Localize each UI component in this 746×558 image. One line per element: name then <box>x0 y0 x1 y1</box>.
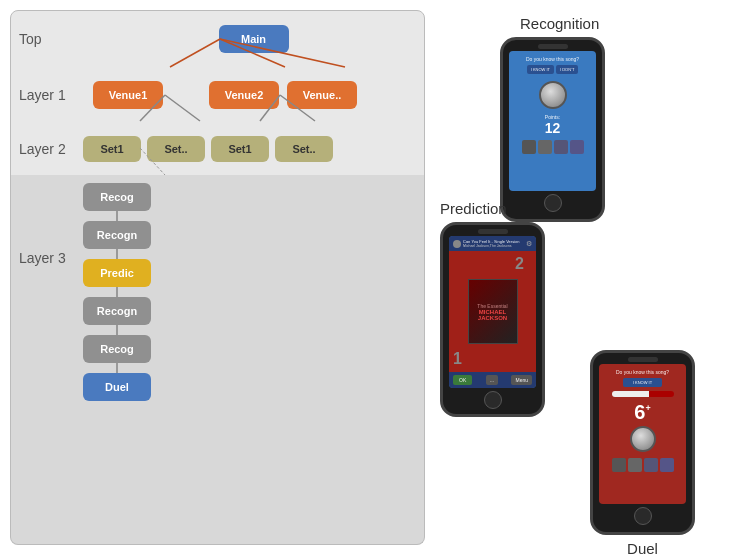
node-duel: Duel <box>83 373 151 401</box>
settings-icon: ⚙ <box>526 240 532 248</box>
node-venue1: Venue1 <box>93 81 163 109</box>
duel-group: Do you know this song? I KNOW IT 6+ Duel <box>590 350 695 557</box>
duel-app-icon-4 <box>660 458 674 472</box>
node-recog2: Recogn <box>83 221 151 249</box>
recognition-label: Recognition <box>480 15 605 32</box>
app-icon-2 <box>538 140 552 154</box>
btn-i-dont: I DON'T <box>556 65 578 74</box>
architecture-diagram: Top Main Layer 1 Venue1 Venue2 Venue.. L… <box>10 10 425 545</box>
layer2-label: Layer 2 <box>11 141 83 157</box>
btn-i-know: I KNOW IT <box>527 65 554 74</box>
node-predic: Predic <box>83 259 151 287</box>
duel-btn-know: I KNOW IT <box>623 378 662 387</box>
layer2-nodes: Set1 Set.. Set1 Set.. <box>83 136 424 162</box>
node-recog1: Recog <box>83 183 151 211</box>
pred-btn-ok: OK <box>453 375 472 385</box>
row-layer2: Layer 2 Set1 Set.. Set1 Set.. <box>10 121 425 176</box>
duel-app-icon-1 <box>612 458 626 472</box>
screen-recognition: Do you know this song? I KNOW IT I DON'T… <box>509 51 596 191</box>
pred-btn-menu: Menu <box>511 375 532 385</box>
prediction-group: Prediction Can You Feel It - Single Vers… <box>440 200 545 417</box>
home-button-recog <box>544 194 562 212</box>
node-set1b: Set.. <box>147 136 205 162</box>
duel-label: Duel <box>590 540 695 557</box>
row-layer1: Layer 1 Venue1 Venue2 Venue.. <box>10 67 425 122</box>
duel-question: Do you know this song? <box>616 369 669 375</box>
duel-points-value: 6 <box>634 401 645 423</box>
recognition-question: Do you know this song? <box>526 56 579 62</box>
top-label: Top <box>11 31 83 47</box>
node-venue3: Venue.. <box>287 81 357 109</box>
node-main: Main <box>219 25 289 53</box>
layer3-label: Layer 3 <box>11 175 83 266</box>
pred-btn-grey: ... <box>486 375 498 385</box>
node-venue2: Venue2 <box>209 81 279 109</box>
album-art: The EssentialMICHAELJACKSON <box>468 279 518 344</box>
app-icon-1 <box>522 140 536 154</box>
connector-line <box>116 325 118 335</box>
connector-line <box>116 249 118 259</box>
home-button-pred <box>484 391 502 409</box>
screen-prediction: Can You Feel It - Single Version Michael… <box>449 236 536 388</box>
screen-duel: Do you know this song? I KNOW IT 6+ <box>599 364 686 504</box>
duel-progress-bar <box>612 391 674 397</box>
pred-avatar <box>453 240 461 248</box>
duel-app-icon-3 <box>644 458 658 472</box>
top-nodes: Main <box>83 25 424 53</box>
phone-prediction: Can You Feel It - Single Version Michael… <box>440 222 545 417</box>
row-layer3: Layer 3 Recog Recogn Predic Recogn Recog <box>10 175 425 545</box>
pred-num-1: 1 <box>453 350 462 368</box>
phone-duel: Do you know this song? I KNOW IT 6+ <box>590 350 695 535</box>
pred-artist: Michael Jackson,The Jacksons <box>463 244 524 248</box>
recognition-group: Recognition Do you know this song? I KNO… <box>480 15 605 222</box>
dial-duel <box>630 426 656 452</box>
pred-num-2: 2 <box>515 255 524 273</box>
prediction-label: Prediction <box>440 200 545 217</box>
points-value-recog: 12 <box>545 120 561 136</box>
node-set1a: Set1 <box>83 136 141 162</box>
node-set2a: Set1 <box>211 136 269 162</box>
home-button-duel <box>634 507 652 525</box>
connector-line <box>116 363 118 373</box>
layer1-label: Layer 1 <box>11 87 83 103</box>
node-recog4: Recog <box>83 335 151 363</box>
node-set2b: Set.. <box>275 136 333 162</box>
connector-line <box>116 287 118 297</box>
app-icon-4 <box>570 140 584 154</box>
row-top: Top Main <box>10 10 425 68</box>
layer1-nodes: Venue1 Venue2 Venue.. <box>83 81 424 109</box>
app-icon-3 <box>554 140 568 154</box>
phone-recognition: Do you know this song? I KNOW IT I DON'T… <box>500 37 605 222</box>
node-recog3: Recogn <box>83 297 151 325</box>
duel-points: 6+ <box>634 401 650 424</box>
duel-app-icon-2 <box>628 458 642 472</box>
layer3-chain: Recog Recogn Predic Recogn Recog Duel <box>83 175 151 401</box>
dial-recognition <box>539 81 567 109</box>
connector-line <box>116 211 118 221</box>
